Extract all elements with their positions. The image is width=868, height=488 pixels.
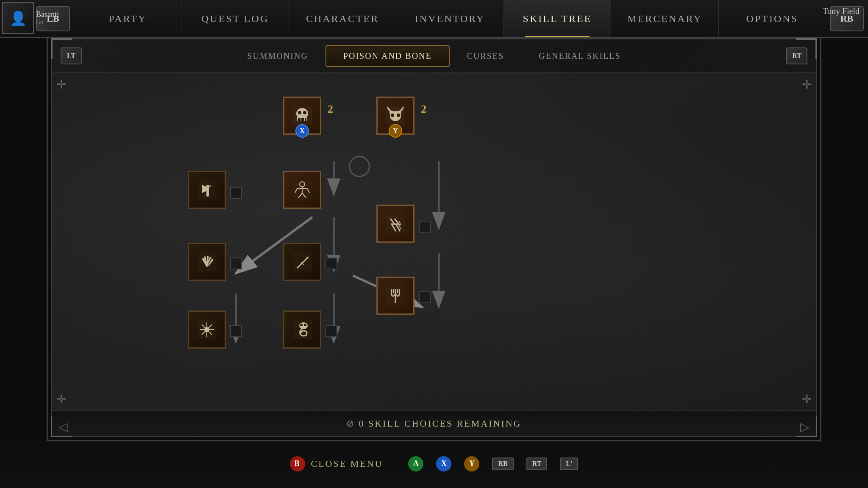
y-button-group: Y bbox=[464, 456, 479, 471]
player-avatar: 👤 bbox=[2, 2, 34, 34]
l-trigger[interactable]: L' bbox=[560, 458, 578, 470]
main-content: LT Summoning Poison and Bone Curses Gene… bbox=[51, 38, 817, 437]
skill-tree-area: X 2 Y bbox=[52, 73, 816, 410]
node5-icon bbox=[383, 211, 408, 236]
circle-indicator bbox=[349, 156, 370, 177]
skill-node-3[interactable] bbox=[188, 171, 226, 209]
empty-slot-6 bbox=[230, 325, 242, 337]
crosshair-br: ✛ bbox=[802, 392, 812, 406]
nav-tabs: Party Quest Log Character Inventory Skil… bbox=[74, 0, 826, 37]
crosshair-tr: ✛ bbox=[802, 78, 812, 92]
svg-rect-26 bbox=[206, 186, 211, 187]
node1-level: 2 bbox=[328, 103, 333, 116]
rt-small[interactable]: RT bbox=[526, 458, 548, 470]
tab-options[interactable]: Options bbox=[719, 0, 826, 37]
svg-rect-14 bbox=[301, 118, 304, 121]
node10-icon bbox=[289, 317, 315, 342]
node9-icon bbox=[194, 317, 220, 342]
rb-small[interactable]: RB bbox=[492, 458, 513, 470]
skill-choices-bar: ⊘ 0 Skill Choices Remaining bbox=[52, 410, 816, 436]
node8-icon bbox=[383, 283, 408, 308]
empty-slot-3 bbox=[230, 258, 242, 269]
player-name: Basanti bbox=[36, 10, 59, 19]
x-badge: X bbox=[295, 124, 309, 138]
skill-choices-text: 0 Skill Choices Remaining bbox=[359, 418, 521, 429]
stone-background bbox=[52, 73, 816, 410]
node2-level: 2 bbox=[421, 103, 426, 116]
empty-slot-2 bbox=[419, 221, 431, 233]
empty-slot-5 bbox=[419, 291, 431, 303]
close-menu-label: Close Menu bbox=[311, 458, 383, 469]
tab-quest-log[interactable]: Quest Log bbox=[181, 0, 289, 37]
skill-node-1[interactable]: X bbox=[283, 97, 321, 135]
close-menu-group[interactable]: B Close Menu bbox=[290, 456, 383, 471]
sub-tab-poison-bone[interactable]: Poison and Bone bbox=[326, 45, 450, 67]
svg-point-53 bbox=[304, 324, 306, 326]
bottom-left-arrow: ◁ bbox=[58, 420, 68, 434]
tab-party[interactable]: Party bbox=[74, 0, 181, 37]
node7-icon bbox=[289, 249, 315, 274]
tab-mercenary[interactable]: Mercenary bbox=[611, 0, 718, 37]
top-navigation: 👤 Basanti Go LB Party Quest Log Characte… bbox=[0, 0, 868, 38]
svg-point-16 bbox=[298, 111, 301, 114]
svg-point-23 bbox=[397, 114, 400, 117]
skill-node-5[interactable] bbox=[376, 205, 415, 243]
tab-skill-tree[interactable]: Skill Tree bbox=[504, 0, 611, 37]
skill-node-2[interactable]: Y bbox=[376, 97, 415, 135]
empty-slot-1 bbox=[230, 187, 242, 199]
svg-rect-13 bbox=[298, 118, 300, 121]
empty-slot-4 bbox=[326, 258, 337, 269]
skill-node-9[interactable] bbox=[188, 311, 226, 349]
a-button[interactable]: A bbox=[408, 456, 423, 471]
tab-character[interactable]: Character bbox=[289, 0, 396, 37]
empty-slot-7 bbox=[326, 325, 337, 337]
lt-button[interactable]: LT bbox=[61, 47, 82, 64]
sub-tab-summoning[interactable]: Summoning bbox=[230, 46, 326, 67]
skill-node-4[interactable] bbox=[283, 171, 321, 209]
svg-rect-15 bbox=[305, 118, 306, 121]
x-button-group: X bbox=[436, 456, 451, 471]
node6-icon bbox=[194, 249, 220, 274]
b-button[interactable]: B bbox=[290, 456, 305, 471]
skill-node-10[interactable] bbox=[283, 311, 321, 349]
player-secondary: Go bbox=[36, 19, 59, 26]
tab-inventory[interactable]: Inventory bbox=[396, 0, 504, 37]
bottom-right-arrow: ▷ bbox=[800, 420, 810, 434]
gamepad-bottom-bar: B Close Menu A X Y RB RT L' bbox=[0, 439, 868, 488]
crosshair-bl: ✛ bbox=[56, 392, 66, 406]
player-info: 👤 Basanti Go bbox=[2, 2, 59, 34]
svg-point-22 bbox=[391, 114, 394, 117]
sub-tab-curses[interactable]: Curses bbox=[450, 46, 522, 67]
skill-node-6[interactable] bbox=[188, 243, 226, 281]
x-button[interactable]: X bbox=[436, 456, 451, 471]
y-button[interactable]: Y bbox=[464, 456, 479, 471]
sub-tabs: LT Summoning Poison and Bone Curses Gene… bbox=[52, 39, 816, 73]
node3-icon bbox=[194, 177, 220, 202]
svg-point-52 bbox=[300, 324, 303, 326]
node4-icon bbox=[289, 177, 315, 202]
a-button-group: A bbox=[408, 456, 423, 471]
top-right-player-name: Tony Field bbox=[823, 6, 860, 16]
skill-node-8[interactable] bbox=[376, 277, 415, 315]
skill-node-7[interactable] bbox=[283, 243, 321, 281]
svg-point-17 bbox=[303, 111, 306, 114]
y-badge: Y bbox=[389, 124, 402, 138]
sub-tab-general-skills[interactable]: General Skills bbox=[521, 46, 638, 67]
rt-button[interactable]: RT bbox=[786, 47, 807, 64]
crosshair-tl: ✛ bbox=[56, 78, 66, 92]
